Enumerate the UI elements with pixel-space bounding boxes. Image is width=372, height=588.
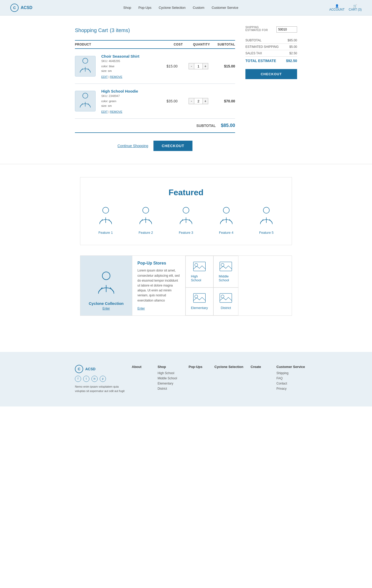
item-edit-1[interactable]: EDIT [101, 75, 108, 78]
nav-shop[interactable]: Shop [123, 6, 131, 10]
school-elementary[interactable]: Elementary [185, 288, 213, 315]
footer: C ACSD f t in p Nemo enim ipsam voluptat… [0, 352, 372, 406]
logo[interactable]: C ACSD [10, 4, 32, 12]
footer-shop-middleschool[interactable]: Middle School [158, 376, 183, 380]
section-divider [0, 164, 372, 164]
svg-rect-38 [220, 293, 232, 303]
qty-input-2[interactable] [194, 98, 203, 104]
subtotal-value: $85.00 [221, 123, 235, 128]
qty-increase-1[interactable]: + [203, 63, 208, 69]
item-attrs-2: color: green size: sm [101, 99, 159, 108]
footer-logo: C ACSD [75, 365, 127, 373]
shipping-row: SHIPPING ESTIMATED FOR [245, 26, 297, 33]
school-district[interactable]: District [213, 288, 238, 315]
school-elementary-label: Elementary [191, 306, 208, 310]
facebook-icon[interactable]: f [75, 376, 81, 382]
svg-point-28 [102, 272, 110, 280]
continue-shopping-button[interactable]: Continue Shopping [118, 144, 148, 148]
account-link[interactable]: 👤 ACCOUNT [329, 4, 344, 11]
sidebar-checkout-button[interactable]: CHECKOUT [245, 69, 297, 79]
footer-grid: C ACSD f t in p Nemo enim ipsam voluptat… [75, 365, 297, 394]
footer-privacy-link[interactable]: Privacy [276, 387, 310, 390]
nav-custom[interactable]: Custom [193, 6, 204, 10]
featured-label-3: Feature 3 [179, 231, 193, 235]
footer-contact-link[interactable]: Contact [276, 382, 310, 385]
popup-stores: Pop-Up Stores Lorem ipsum dolor sit amet… [132, 256, 185, 315]
sidebar-shipping: ESTIMATED SHIPPING $5.00 [245, 44, 297, 50]
footer-popups-title: Pop-Ups [189, 365, 209, 369]
featured-item-5[interactable]: Feature 5 [257, 206, 275, 235]
item-remove-1[interactable]: REMOVE [110, 75, 122, 78]
footer-about-title: About [132, 365, 152, 369]
svg-point-24 [264, 207, 269, 213]
cart-table-header: PRODUCT COST QUANTITY SUBTOTAL [75, 40, 235, 49]
school-middleschool-label: Middle School [219, 274, 233, 282]
svg-line-11 [109, 219, 112, 223]
nav-customer-service[interactable]: Customer Service [212, 6, 238, 10]
nav-popups[interactable]: Pop-Ups [138, 6, 152, 10]
col-cost-header: COST [168, 43, 189, 46]
qty-decrease-1[interactable]: - [189, 63, 194, 69]
school-district-label: District [221, 306, 231, 310]
cart-item-count: (3 items) [110, 27, 130, 33]
svg-line-22 [220, 219, 223, 223]
featured-item-3[interactable]: Feature 3 [177, 206, 195, 235]
footer-shop-elementary[interactable]: Elementary [158, 382, 183, 385]
footer-col-shop: Shop High School Middle School Elementar… [158, 365, 183, 394]
highschool-image-icon [193, 261, 206, 272]
collection-enter-link[interactable]: Enter [103, 307, 110, 310]
item-subtotal-1: $15.00 [214, 64, 235, 68]
school-highschool-label: High School [191, 274, 208, 282]
item-attrs-1: color: blue size: sm [101, 64, 159, 73]
svg-line-26 [260, 219, 264, 223]
cart-item: Choir Seasonal Shirt SKU: 464B295 color:… [75, 49, 235, 84]
school-middleschool[interactable]: Middle School [213, 256, 238, 288]
svg-line-3 [88, 69, 90, 72]
cart-title: Shopping Cart (3 items) [75, 26, 235, 34]
twitter-icon[interactable]: t [83, 376, 89, 382]
footer-shop-district[interactable]: District [158, 387, 183, 390]
school-highschool[interactable]: High School [185, 256, 213, 288]
svg-line-18 [180, 219, 183, 223]
zip-input[interactable] [276, 26, 297, 33]
qty-increase-2[interactable]: + [203, 98, 208, 104]
item-qty-1: - + [185, 63, 211, 69]
cart-link[interactable]: 🛒 CART (3) [349, 4, 362, 11]
footer-create-title: Create [251, 365, 271, 369]
featured-icon-5 [257, 206, 275, 228]
popup-title: Pop-Up Stores [137, 261, 180, 266]
footer-shipping-link[interactable]: Shipping [276, 371, 310, 375]
featured-label-2: Feature 2 [139, 231, 153, 235]
logo-text: ACSD [21, 5, 32, 10]
footer-faq-link[interactable]: FAQ [276, 376, 310, 380]
svg-line-7 [88, 103, 90, 107]
footer-shop-title: Shop [158, 365, 183, 369]
featured-item-1[interactable]: Feature 1 [97, 206, 115, 235]
svg-point-4 [83, 93, 88, 98]
nav-cyclone-selection[interactable]: Cyclone Selection [159, 6, 185, 10]
cart-subtotal-row: SUBTOTAL $85.00 [75, 119, 235, 133]
footer-col-about: About [132, 365, 152, 394]
svg-line-27 [269, 219, 273, 223]
featured-item-2[interactable]: Feature 2 [137, 206, 155, 235]
item-remove-2[interactable]: REMOVE [110, 110, 122, 113]
item-details-2: High School Hoodie SKU: 2348947 color: g… [101, 89, 159, 113]
svg-point-12 [143, 207, 149, 213]
footer-tagline: Nemo enim ipsam voluptatem quia voluptas… [75, 385, 127, 394]
svg-point-33 [195, 263, 198, 266]
featured-item-4[interactable]: Feature 4 [217, 206, 235, 235]
qty-decrease-2[interactable]: - [189, 98, 194, 104]
qty-input-1[interactable] [194, 63, 203, 69]
footer-logo-text: ACSD [85, 367, 96, 371]
checkout-button[interactable]: CHECKOUT [153, 141, 192, 151]
footer-shop-highschool[interactable]: High School [158, 371, 183, 375]
cyclone-icon [95, 270, 118, 298]
svg-point-8 [103, 207, 109, 213]
sidebar-tax: SALES TAX $2.50 [245, 50, 297, 57]
item-sku-2: SKU: 2348947 [101, 94, 159, 97]
footer-social: f t in p [75, 376, 127, 382]
linkedin-icon[interactable]: in [91, 376, 98, 382]
popup-enter-link[interactable]: Enter [137, 307, 145, 310]
pinterest-icon[interactable]: p [100, 376, 106, 382]
item-edit-2[interactable]: EDIT [101, 110, 108, 113]
